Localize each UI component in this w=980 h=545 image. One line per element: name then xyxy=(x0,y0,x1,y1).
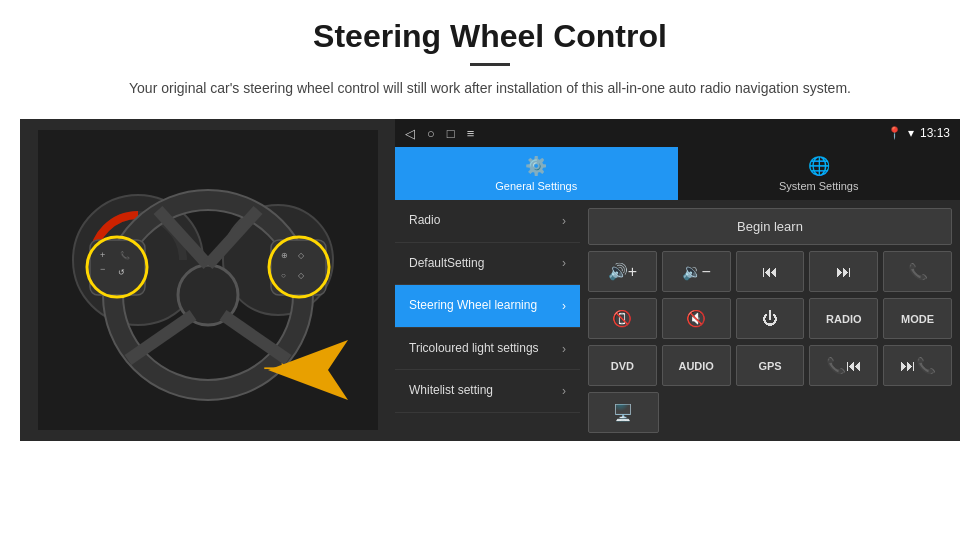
menu-item-radio[interactable]: Radio › xyxy=(395,200,580,243)
status-right: 📍 ▾ 13:13 xyxy=(887,126,950,140)
page-title: Steering Wheel Control xyxy=(60,18,920,55)
header-divider xyxy=(470,63,510,66)
phone-answer-button[interactable]: 📞 xyxy=(883,251,952,292)
header-description: Your original car's steering wheel contr… xyxy=(60,78,920,99)
phone-next-icon: ⏭📞 xyxy=(900,356,936,375)
vol-down-icon: 🔉− xyxy=(682,262,711,281)
menu-item-radio-label: Radio xyxy=(409,213,558,229)
svg-text:⊕: ⊕ xyxy=(281,251,288,260)
chevron-icon-steering: › xyxy=(562,299,566,313)
svg-text:−: − xyxy=(100,264,105,274)
phone-next-button[interactable]: ⏭📞 xyxy=(883,345,952,386)
page-header: Steering Wheel Control Your original car… xyxy=(0,0,980,109)
svg-text:→: → xyxy=(256,344,296,388)
menu-icon[interactable]: ≡ xyxy=(467,126,475,141)
next-button[interactable]: ⏭ xyxy=(809,251,878,292)
nav-icons: ◁ ○ □ ≡ xyxy=(405,126,474,141)
home-icon[interactable]: ○ xyxy=(427,126,435,141)
audio-button[interactable]: AUDIO xyxy=(662,345,731,386)
svg-rect-15 xyxy=(271,240,326,295)
svg-text:📞: 📞 xyxy=(120,250,130,260)
menu-item-tricoloured[interactable]: Tricoloured light settings › xyxy=(395,328,580,371)
control-grid-row3: DVD AUDIO GPS 📞⏮ ⏭📞 xyxy=(588,345,952,386)
steering-wheel-graphic: + − 📞 ↺ ⊕ ◇ ○ ◇ → xyxy=(38,130,378,430)
radio-button[interactable]: RADIO xyxy=(809,298,878,339)
prev-icon: ⏮ xyxy=(762,263,778,281)
chevron-icon-radio: › xyxy=(562,214,566,228)
left-menu: Radio › DefaultSetting › Steering Wheel … xyxy=(395,200,580,441)
dvd-button[interactable]: DVD xyxy=(588,345,657,386)
vol-up-icon: 🔊+ xyxy=(608,262,637,281)
power-button[interactable]: ⏻ xyxy=(736,298,805,339)
chevron-icon-whitelist: › xyxy=(562,384,566,398)
begin-learn-button[interactable]: Begin learn xyxy=(588,208,952,245)
begin-learn-row: Begin learn xyxy=(588,208,952,245)
main-content: + − 📞 ↺ ⊕ ◇ ○ ◇ → ◁ ○ □ xyxy=(0,119,980,441)
clock: 13:13 xyxy=(920,126,950,140)
svg-text:↺: ↺ xyxy=(118,268,125,277)
menu-item-default[interactable]: DefaultSetting › xyxy=(395,243,580,286)
extra-row: 🖥️ xyxy=(588,392,952,433)
vol-down-button[interactable]: 🔉− xyxy=(662,251,731,292)
phone-answer-icon: 📞 xyxy=(908,262,928,281)
hang-up-button[interactable]: 📵 xyxy=(588,298,657,339)
extra-button[interactable]: 🖥️ xyxy=(588,392,659,433)
radio-label: RADIO xyxy=(826,313,861,325)
hang-up-icon: 📵 xyxy=(612,309,632,328)
extra-icon: 🖥️ xyxy=(613,403,633,422)
prev-button[interactable]: ⏮ xyxy=(736,251,805,292)
svg-text:◇: ◇ xyxy=(298,251,305,260)
steering-wheel-image: + − 📞 ↺ ⊕ ◇ ○ ◇ → xyxy=(20,119,395,441)
gps-button[interactable]: GPS xyxy=(736,345,805,386)
gps-label: GPS xyxy=(758,360,781,372)
tab-general-label: General Settings xyxy=(495,180,577,192)
recent-icon[interactable]: □ xyxy=(447,126,455,141)
menu-item-default-label: DefaultSetting xyxy=(409,256,558,272)
back-icon[interactable]: ◁ xyxy=(405,126,415,141)
status-bar: ◁ ○ □ ≡ 📍 ▾ 13:13 xyxy=(395,119,960,147)
phone-prev-icon: 📞⏮ xyxy=(826,356,862,375)
system-settings-icon: 🌐 xyxy=(808,155,830,177)
control-grid-row2: 📵 🔇 ⏻ RADIO MODE xyxy=(588,298,952,339)
chevron-icon-tricoloured: › xyxy=(562,342,566,356)
menu-item-steering[interactable]: Steering Wheel learning › xyxy=(395,285,580,328)
tab-system[interactable]: 🌐 System Settings xyxy=(678,147,961,200)
wifi-icon: ▾ xyxy=(908,126,914,140)
dvd-label: DVD xyxy=(611,360,634,372)
mode-label: MODE xyxy=(901,313,934,325)
next-icon: ⏭ xyxy=(836,263,852,281)
mute-icon: 🔇 xyxy=(686,309,706,328)
audio-label: AUDIO xyxy=(678,360,713,372)
vol-up-button[interactable]: 🔊+ xyxy=(588,251,657,292)
mute-button[interactable]: 🔇 xyxy=(662,298,731,339)
svg-text:○: ○ xyxy=(281,271,286,280)
settings-tabs: ⚙️ General Settings 🌐 System Settings xyxy=(395,147,960,200)
svg-text:+: + xyxy=(100,250,105,260)
menu-item-whitelist[interactable]: Whitelist setting › xyxy=(395,370,580,413)
tab-general[interactable]: ⚙️ General Settings xyxy=(395,147,678,200)
android-screen: ◁ ○ □ ≡ 📍 ▾ 13:13 ⚙️ General Settings 🌐 … xyxy=(395,119,960,441)
location-icon: 📍 xyxy=(887,126,902,140)
chevron-icon-default: › xyxy=(562,256,566,270)
control-grid-row1: 🔊+ 🔉− ⏮ ⏭ 📞 xyxy=(588,251,952,292)
power-icon: ⏻ xyxy=(762,310,778,328)
phone-prev-button[interactable]: 📞⏮ xyxy=(809,345,878,386)
right-panel: Begin learn 🔊+ 🔉− ⏮ ⏭ xyxy=(580,200,960,441)
settings-content: Radio › DefaultSetting › Steering Wheel … xyxy=(395,200,960,441)
menu-item-whitelist-label: Whitelist setting xyxy=(409,383,558,399)
menu-item-steering-label: Steering Wheel learning xyxy=(409,298,558,314)
tab-system-label: System Settings xyxy=(779,180,858,192)
mode-button[interactable]: MODE xyxy=(883,298,952,339)
svg-text:◇: ◇ xyxy=(298,271,305,280)
menu-item-tricoloured-label: Tricoloured light settings xyxy=(409,341,558,357)
general-settings-icon: ⚙️ xyxy=(525,155,547,177)
